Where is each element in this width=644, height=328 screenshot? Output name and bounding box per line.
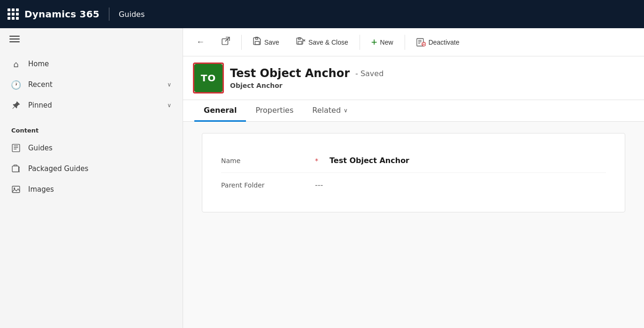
tab-related-label: Related [312,106,341,115]
record-title-row: Test Object Anchor - Saved [230,67,383,80]
save-button[interactable]: Save [245,32,287,53]
deactivate-icon [416,38,426,47]
images-icon [11,185,21,194]
sidebar-nav: ⌂ Home 🕐 Recent ∨ Pinned ∨ [0,50,183,119]
new-icon: + [371,36,377,48]
popout-icon [222,37,230,47]
toolbar-divider-2 [360,35,360,50]
hamburger-button[interactable] [0,28,183,50]
save-close-icon [296,37,306,47]
deactivate-button[interactable]: Deactivate [409,32,467,53]
parent-folder-value[interactable]: --- [315,180,323,189]
save-close-button-label: Save & Close [308,39,348,46]
tab-properties-label: Properties [255,106,293,115]
form-row-name: Name * Test Object Anchor [221,148,606,173]
tab-general[interactable]: General [194,100,246,122]
form-area: Name * Test Object Anchor Parent Folder … [183,122,644,328]
toolbar-divider-1 [241,35,242,50]
tab-properties[interactable]: Properties [246,100,303,122]
section-title: Guides [119,10,145,19]
recent-icon: 🕐 [11,80,21,89]
svg-rect-17 [298,41,302,44]
form-row-parent-folder: Parent Folder --- [221,173,606,197]
new-button[interactable]: + New [364,32,401,53]
packaged-guides-icon [11,164,21,173]
sidebar-item-packaged-guides[interactable]: Packaged Guides [0,158,183,179]
app-title: Dynamics 365 [24,8,100,20]
sidebar-item-packaged-guides-label: Packaged Guides [28,164,88,173]
form-card: Name * Test Object Anchor Parent Folder … [202,133,625,212]
svg-line-14 [225,37,230,41]
sidebar-item-images[interactable]: Images [0,179,183,200]
app-launcher-icon[interactable] [8,8,19,20]
parent-folder-label: Parent Folder [221,181,306,189]
sidebar-item-recent[interactable]: 🕐 Recent ∨ [0,74,183,95]
record-header: TO Test Object Anchor - Saved Object Anc… [183,56,644,100]
avatar-wrapper[interactable]: TO [194,64,222,92]
content-section-heading: Content [0,119,183,138]
name-field-label: Name [221,157,306,164]
sidebar-item-pinned[interactable]: Pinned ∨ [0,95,183,116]
back-button[interactable]: ← [189,32,212,53]
new-button-label: New [380,39,393,46]
svg-rect-15 [255,41,260,45]
tabs-bar: General Properties Related ∨ [183,100,644,122]
record-info: Test Object Anchor - Saved Object Anchor [230,67,383,89]
toolbar-divider-3 [405,35,405,50]
home-icon: ⌂ [11,59,21,69]
avatar-border [193,62,224,94]
name-required-indicator: * [315,157,318,164]
back-icon: ← [196,37,205,47]
record-subtitle: Object Anchor [230,82,383,89]
record-title: Test Object Anchor [230,67,350,80]
main-layout: ⌂ Home 🕐 Recent ∨ Pinned ∨ Content Guide… [0,28,644,328]
pin-icon [11,101,21,110]
hamburger-icon [9,36,173,42]
tab-related[interactable]: Related ∨ [303,100,357,122]
pinned-chevron-icon: ∨ [167,102,171,109]
content-area: ← Save Save & Close [183,28,644,328]
nav-divider [109,8,109,21]
svg-rect-16 [256,37,258,39]
svg-point-12 [14,187,15,189]
deactivate-button-label: Deactivate [429,39,460,46]
sidebar-item-guides[interactable]: Guides [0,138,183,158]
record-saved-status: - Saved [355,69,383,78]
popout-button[interactable] [214,32,238,53]
sidebar: ⌂ Home 🕐 Recent ∨ Pinned ∨ Content Guide… [0,28,183,328]
sidebar-item-home-label: Home [28,60,171,68]
save-icon [253,37,261,47]
tab-general-label: General [204,106,237,115]
sidebar-item-home[interactable]: ⌂ Home [0,54,183,74]
svg-rect-0 [12,144,20,152]
svg-rect-18 [299,38,300,39]
top-navigation: Dynamics 365 Guides [0,0,644,28]
save-close-button[interactable]: Save & Close [289,32,356,53]
sidebar-item-recent-label: Recent [28,80,160,89]
guides-icon [11,143,21,153]
svg-rect-4 [12,166,19,172]
toolbar: ← Save Save & Close [183,28,644,56]
sidebar-item-pinned-label: Pinned [28,101,160,109]
sidebar-item-guides-label: Guides [28,144,53,152]
save-button-label: Save [264,39,279,46]
related-chevron-icon: ∨ [344,107,348,114]
recent-chevron-icon: ∨ [167,81,171,88]
name-field-value[interactable]: Test Object Anchor [330,156,409,165]
sidebar-item-images-label: Images [28,185,54,194]
